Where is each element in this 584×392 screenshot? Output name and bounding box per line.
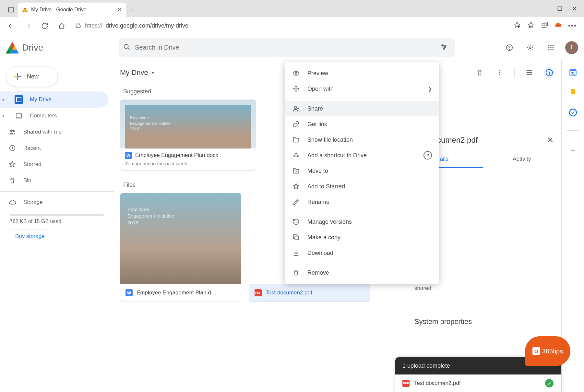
toast-file-name: Test documen2.pdf: [414, 380, 461, 386]
search-input[interactable]: [135, 44, 433, 51]
help-icon[interactable]: [503, 41, 516, 54]
sidebar-item-storage[interactable]: Storage: [0, 194, 113, 210]
ctx-add-starred[interactable]: Add to Starred: [285, 179, 439, 194]
home-button[interactable]: [54, 19, 69, 33]
svg-point-5: [124, 44, 128, 48]
breadcrumb[interactable]: My Drive ▼: [120, 68, 155, 77]
search-box[interactable]: [119, 38, 455, 57]
window-controls: — ☐ ✕: [542, 5, 584, 17]
eye-icon: [292, 70, 300, 77]
suggested-card[interactable]: Employee Engagement Initiative 2018 W Em…: [120, 100, 256, 171]
svg-rect-21: [16, 114, 22, 117]
svg-point-12: [548, 45, 550, 46]
keep-icon[interactable]: [569, 88, 577, 97]
reload-button[interactable]: [38, 19, 52, 33]
watermark-badge: O 365tips: [525, 336, 570, 366]
sidebar-item-bin[interactable]: Bin: [0, 172, 113, 189]
link-icon: [292, 121, 300, 128]
help-icon[interactable]: ?: [423, 151, 432, 160]
browser-menu-icon[interactable]: •••: [568, 22, 577, 30]
tab-overview-icon[interactable]: [4, 3, 18, 17]
maximize-icon[interactable]: ☐: [557, 5, 562, 12]
svg-rect-29: [527, 72, 532, 73]
svg-point-7: [445, 46, 446, 48]
ctx-open-with[interactable]: Open with ❯: [285, 81, 439, 97]
ctx-manage-versions[interactable]: Manage versions: [285, 214, 439, 230]
sidebar: New ▸ My Drive ▸ Computers Shared with m…: [0, 60, 113, 392]
ctx-rename[interactable]: Rename: [285, 194, 439, 210]
minimize-icon[interactable]: —: [542, 5, 547, 12]
svg-rect-30: [527, 74, 532, 75]
ctx-label: Make a copy: [307, 234, 340, 241]
sidebar-item-recent[interactable]: Recent: [0, 140, 113, 156]
sidebar-item-shared[interactable]: Shared with me: [0, 124, 113, 140]
file-card[interactable]: Employee Engagement Initiative 2018 W Em…: [120, 193, 241, 302]
tab-activity[interactable]: Activity: [483, 151, 561, 168]
ctx-download[interactable]: Download: [285, 245, 439, 261]
favorites-icon[interactable]: [527, 21, 534, 30]
close-window-icon[interactable]: ✕: [572, 5, 577, 12]
info-icon[interactable]: [544, 67, 555, 78]
toolbar: 🔗: [456, 67, 555, 78]
new-button[interactable]: New: [6, 66, 58, 87]
recent-icon: [8, 145, 17, 152]
add-rail-icon[interactable]: ＋: [569, 144, 577, 153]
ctx-add-shortcut[interactable]: Add a shortcut to Drive ?: [285, 148, 439, 163]
folder-icon: [292, 136, 300, 143]
more-icon[interactable]: [494, 67, 505, 78]
back-button[interactable]: [4, 19, 18, 33]
ctx-share[interactable]: Share: [285, 101, 439, 116]
computers-icon: [14, 112, 23, 119]
ctx-get-link[interactable]: Get link: [285, 116, 439, 132]
divider: [285, 263, 439, 263]
sidebar-label: Shared with me: [23, 129, 62, 135]
ctx-preview[interactable]: Preview: [285, 65, 439, 81]
ctx-move-to[interactable]: Move to: [285, 163, 439, 179]
tasks-icon[interactable]: [569, 108, 577, 117]
file-title: Test documen2.pdf: [266, 290, 312, 296]
expand-caret-icon[interactable]: ▸: [3, 97, 8, 102]
expand-caret-icon[interactable]: ▸: [3, 113, 8, 118]
ctx-label: Remove: [307, 269, 329, 276]
sidebar-label: Computers: [30, 113, 57, 119]
sidebar-item-starred[interactable]: Starred: [0, 156, 113, 172]
close-details-icon[interactable]: ✕: [547, 136, 554, 145]
site-permissions-icon[interactable]: [514, 21, 521, 30]
ctx-make-copy[interactable]: Make a copy: [285, 230, 439, 245]
buy-storage-button[interactable]: Buy storage: [10, 230, 50, 243]
url-field[interactable]: https://drive.google.com/drive/my-drive: [71, 19, 511, 32]
divider: [567, 130, 579, 131]
toast-row[interactable]: PDF Test documen2.pdf ✓: [395, 374, 561, 392]
sidebar-item-my-drive[interactable]: ▸ My Drive: [0, 91, 108, 108]
svg-point-23: [13, 130, 15, 132]
svg-point-8: [443, 48, 445, 49]
trash-toolbar-icon[interactable]: [474, 67, 485, 78]
search-filter-icon[interactable]: [437, 43, 450, 52]
cloud-sync-icon[interactable]: [554, 21, 562, 30]
list-view-icon[interactable]: [524, 67, 535, 78]
card-title: Employee Engagement Plan.docx: [135, 152, 218, 159]
account-avatar[interactable]: I: [565, 41, 578, 54]
svg-point-19: [550, 49, 552, 50]
history-icon: [292, 218, 300, 225]
drive-header: Drive I: [0, 35, 584, 60]
ctx-label: Add to Starred: [307, 183, 345, 190]
ctx-show-location[interactable]: Show file location: [285, 132, 439, 148]
divider: [514, 68, 515, 77]
collections-icon[interactable]: [541, 21, 548, 30]
sidebar-item-computers[interactable]: ▸ Computers: [0, 108, 113, 124]
apps-grid-icon[interactable]: [544, 41, 557, 54]
calendar-icon[interactable]: 31: [569, 68, 577, 77]
svg-point-22: [10, 130, 13, 132]
storage-used-text: 762 KB of 15 GB used: [0, 219, 113, 224]
tab-close-icon[interactable]: ✕: [117, 6, 122, 13]
browser-tab-active[interactable]: My Drive - Google Drive ✕: [18, 3, 126, 17]
new-tab-button[interactable]: ＋: [126, 3, 140, 17]
svg-point-17: [553, 47, 554, 48]
download-icon: [292, 249, 300, 256]
ctx-remove[interactable]: Remove: [285, 265, 439, 280]
ctx-label: Show file location: [307, 137, 353, 143]
file-title: Employee Engagement Plan.d…: [137, 290, 217, 296]
drive-logo[interactable]: Drive: [6, 42, 119, 53]
settings-icon[interactable]: [524, 41, 537, 54]
